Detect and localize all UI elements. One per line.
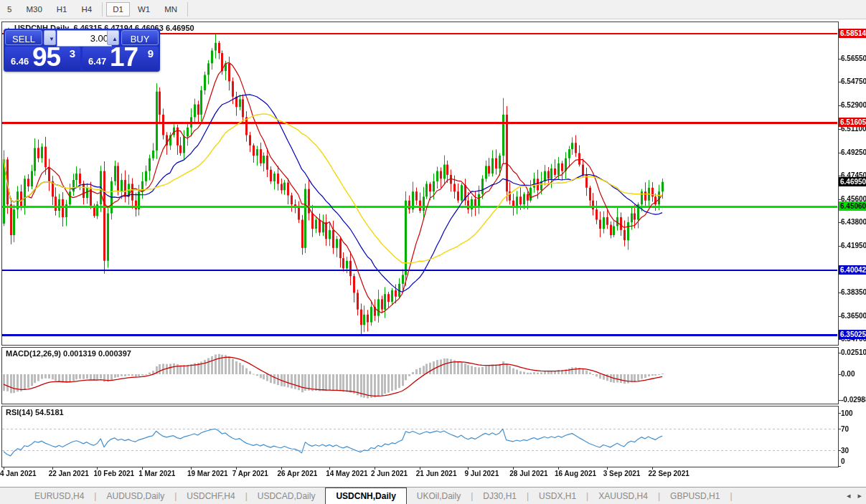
buy-price-pip-digit: 9 [148,47,154,60]
tab-ukoil[interactable]: UKOil,Daily [407,488,471,504]
timeframe-toolbar: 5M30H1H4D1W1MN [0,0,866,19]
date-tick-label: 22 Sep 2021 [649,470,689,477]
tab-separator: | [730,488,732,504]
sell-price-pip-digit: 3 [70,47,75,60]
date-tick-label: 22 Jan 2021 [49,470,89,477]
price-tick-label: 6.54750 [841,77,866,85]
buy-price-tile[interactable]: 6.47 17 9 [83,47,159,70]
price-tick-label: 6.49250 [841,148,866,156]
price-level-badge: 6.51605 [839,118,866,127]
date-tick-label: 28 Jul 2021 [509,470,547,477]
chart-tab-bar: EURUSD,H4|AUDUSD,Daily|USDCHF,H4|USDCAD,… [0,487,866,504]
tab-audusd[interactable]: AUDUSD,Daily [96,488,174,504]
rsi-indicator-label: RSI(14) 54.5181 [6,408,64,417]
price-level-badge: 6.58514 [839,29,866,38]
tab-usdcad[interactable]: USDCAD,Daily [248,488,326,504]
one-click-trading-panel: SELL ▼ ▲ BUY 6.46 95 3 6.47 17 9 [4,29,160,72]
price-tick-label: 6.52900 [841,101,866,109]
price-level-badge: 6.40042 [839,265,866,275]
date-tick-label: 21 Jun 2021 [416,470,457,477]
tab-eurusd[interactable]: EURUSD,H4 [24,488,94,504]
macd-tick-label: 0.00 [841,370,855,378]
tab-dj30[interactable]: DJ30,H1 [473,488,527,504]
date-tick-label: 10 Feb 2021 [93,470,134,477]
date-tick-label: 1 Mar 2021 [138,470,175,477]
price-level-badge: 6.46950 [839,177,866,186]
timeframe-button-5[interactable]: 5 [1,2,18,16]
toolbar-separator [187,2,188,16]
sell-price-prefix: 6.46 [11,56,29,67]
date-tick-label: 26 Apr 2021 [278,470,318,477]
timeframe-button-m30[interactable]: M30 [19,2,48,16]
price-tick-label: 6.56550 [841,54,866,62]
timeframe-button-h4[interactable]: H4 [75,2,98,16]
rsi-tick-label: 30 [841,447,849,455]
timeframe-button-w1[interactable]: W1 [131,2,156,16]
tab-usdchf[interactable]: USDCHF,H4 [177,488,245,504]
price-tick-label: 6.38350 [841,288,866,296]
volume-field[interactable] [57,30,112,47]
date-tick-label: 19 Mar 2021 [187,470,228,477]
date-tick-label: 3 Sep 2021 [603,470,641,477]
tab-usdx[interactable]: USDX,H1 [529,488,586,504]
sell-price-tile[interactable]: 6.46 95 3 [5,47,80,70]
price-tick-label: 6.41950 [841,242,866,249]
price-chart-canvas[interactable] [0,0,866,484]
price-tick-label: 6.36500 [841,312,866,320]
macd-tick-label: 0.025108 [841,348,866,356]
price-level-badge: 6.35025 [839,330,866,339]
date-tick-label: 16 Aug 2021 [555,470,596,477]
tab-gbpusd[interactable]: GBPUSD,H1 [660,488,730,504]
tab-scroll-right-icon[interactable]: ▸ [857,491,862,500]
price-tick-label: 6.43800 [841,218,866,226]
date-tick-label: 7 Apr 2021 [232,470,268,477]
rsi-tick-label: 100 [841,409,853,417]
date-tick-label: 4 Jan 2021 [0,470,37,477]
tab-scroll-left-icon[interactable]: ◂ [847,491,851,500]
toolbar-separator [102,2,103,16]
timeframe-button-mn[interactable]: MN [158,2,184,16]
price-level-badge: 6.45060 [839,201,866,211]
date-tick-label: 14 May 2021 [326,470,367,477]
trading-terminal-window: 5M30H1H4D1W1MN ▲USDCNH,Daily 6.46315 6.4… [0,0,866,504]
sell-price-big-digits: 95 [32,42,60,72]
macd-indicator-label: MACD(12,26,9) 0.001319 0.000397 [6,349,131,358]
date-tick-label: 9 Jul 2021 [464,470,499,477]
rsi-tick-label: 0 [841,457,845,465]
macd-tick-label: -0.029881 [841,396,866,404]
buy-price-prefix: 6.47 [88,56,106,67]
rsi-tick-label: 70 [841,425,849,433]
date-tick-label: 2 Jun 2021 [371,470,408,477]
timeframe-button-d1[interactable]: D1 [106,2,130,16]
tab-usdcnh[interactable]: USDCNH,Daily [325,488,406,504]
buy-price-big-digits: 17 [110,42,138,72]
tab-xauusd[interactable]: XAUUSD,H4 [588,488,658,504]
timeframe-button-h1[interactable]: H1 [50,2,74,16]
